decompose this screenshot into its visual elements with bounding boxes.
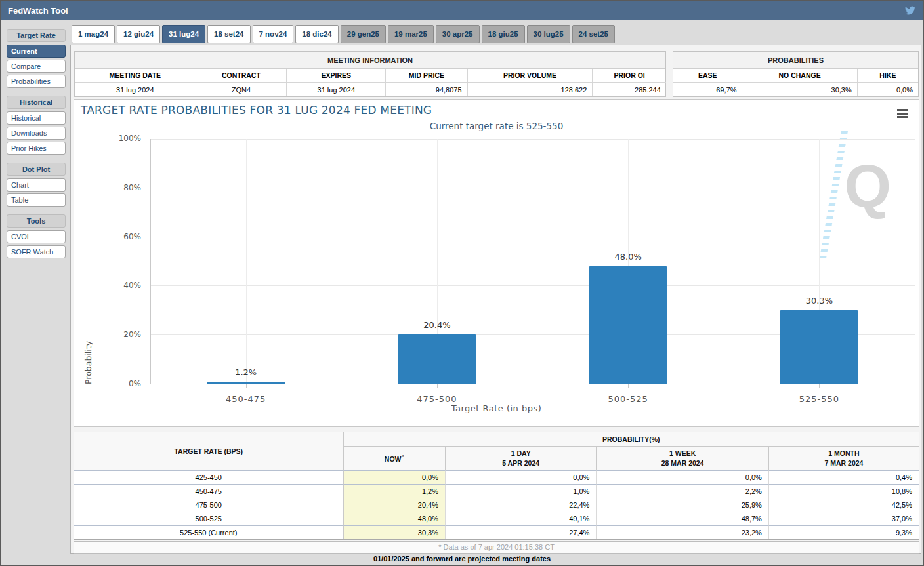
sidebar-item-table[interactable]: Table (7, 193, 66, 207)
bar-475-500[interactable] (398, 334, 476, 384)
tab-bar: 1 mag2412 giu2431 lug2418 set247 nov2418… (72, 25, 615, 43)
sidebar-item-chart[interactable]: Chart (7, 178, 66, 192)
prob-cell: 0,0% (596, 470, 768, 484)
bar-value-label: 20.4% (341, 320, 532, 330)
sidebar-item-sofr-watch[interactable]: SOFR Watch (7, 245, 66, 258)
meeting-info-title: MEETING INFORMATION (75, 52, 665, 69)
probability-table: TARGET RATE (BPS) PROBABILITY(%) NOW*1 D… (74, 432, 919, 540)
tab-12-giu24[interactable]: 12 giu24 (117, 25, 160, 43)
sidebar-section-dot-plot: Dot PlotChartTable (7, 163, 66, 207)
tab-29-gen25[interactable]: 29 gen25 (341, 25, 386, 43)
probabilities-summary-value-row: 69,7%30,3%0,0% (673, 83, 918, 96)
target-rate-bps-header: TARGET RATE (BPS) (74, 432, 344, 470)
meeting-info-header-row: MEETING DATECONTRACTEXPIRESMID PRICEPRIO… (75, 69, 665, 83)
projected-dates-note: 01/01/2025 and forward are projected mee… (1, 555, 923, 563)
bar-slot-475-500: 20.4%475-500 (341, 139, 532, 384)
probabilities-summary-title: PROBABILITIES (673, 52, 918, 69)
bar-slot-450-475: 1.2%450-475 (150, 139, 341, 384)
probabilities-summary-table: PROBABILITIES EASENO CHANGEHIKE 69,7%30,… (673, 51, 919, 97)
x-tick-mark (246, 384, 247, 388)
prob-cell: 27,4% (445, 525, 596, 539)
prob-cell: 10,8% (768, 484, 919, 498)
tab-7-nov24[interactable]: 7 nov24 (253, 25, 294, 43)
bar-slot-525-550: 30.3%525-550 (724, 139, 915, 384)
sidebar-header-historical: Historical (7, 96, 66, 109)
prob-cell-now: 30,3% (344, 525, 445, 539)
twitter-icon[interactable] (904, 5, 916, 16)
prob-cell: 1,0% (445, 484, 596, 498)
x-axis-label: Target Rate (in bps) (74, 403, 919, 413)
prob-cell: 37,0% (768, 512, 919, 525)
sidebar-item-historical[interactable]: Historical (7, 111, 66, 125)
bar-500-525[interactable] (589, 266, 667, 384)
tab-31-lug24[interactable]: 31 lug24 (162, 25, 205, 43)
tab-30-apr25[interactable]: 30 apr25 (436, 25, 480, 43)
bar-value-label: 48.0% (533, 252, 724, 262)
sidebar-item-probabilities[interactable]: Probabilities (7, 75, 66, 88)
summary-value: 69,7% (673, 83, 742, 96)
x-tick-mark (819, 384, 820, 388)
app-title: FedWatch Tool (8, 6, 68, 16)
target-rate-label: 500-525 (74, 512, 344, 525)
main-panel: MEETING INFORMATION MEETING DATECONTRACT… (70, 45, 921, 554)
sidebar-header-dot-plot: Dot Plot (7, 163, 66, 176)
bar-slot-500-525: 48.0%500-525 (533, 139, 724, 384)
vertical-gridline (246, 139, 247, 384)
y-axis-ticks: 0%20%40%60%80%100% (104, 139, 145, 384)
sidebar: Target RateCurrentCompareProbabilitiesHi… (7, 29, 66, 266)
sidebar-item-current[interactable]: Current (7, 45, 66, 58)
meeting-info-col-meeting-date: MEETING DATE (75, 69, 196, 83)
prob-cell: 2,2% (596, 484, 768, 498)
y-tick-label: 80% (104, 183, 141, 192)
titlebar: FedWatch Tool (1, 1, 923, 20)
fedwatch-app: FedWatch Tool 1 mag2412 giu2431 lug2418 … (0, 0, 924, 566)
prob-cell: 42,5% (768, 498, 919, 512)
chart-context-menu-icon[interactable] (897, 109, 908, 120)
target-rate-label: 425-450 (74, 470, 344, 484)
tab-19-mar25[interactable]: 19 mar25 (388, 25, 434, 43)
tab-1-mag24[interactable]: 1 mag24 (72, 25, 115, 43)
bar-value-label: 30.3% (724, 296, 915, 306)
prob-cell-now: 0,0% (344, 470, 445, 484)
tab-18-giu25[interactable]: 18 giu25 (482, 25, 525, 43)
meeting-info-col-expires: EXPIRES (286, 69, 385, 83)
tab-18-set24[interactable]: 18 set24 (207, 25, 250, 43)
prob-cell: 22,4% (445, 498, 596, 512)
bar-525-550[interactable] (780, 310, 858, 384)
tab-24-set25[interactable]: 24 set25 (572, 25, 615, 43)
sidebar-section-tools: ToolsCVOLSOFR Watch (7, 214, 66, 258)
sidebar-section-target-rate: Target RateCurrentCompareProbabilities (7, 29, 66, 88)
sidebar-item-downloads[interactable]: Downloads (7, 127, 66, 140)
y-tick-label: 40% (104, 281, 141, 290)
x-tick-mark (628, 384, 629, 388)
meeting-info-value: 94,8075 (385, 83, 467, 96)
summary-col-no-change: NO CHANGE (742, 69, 856, 83)
col-header-1-day: 1 DAY5 APR 2024 (445, 447, 596, 470)
prob-cell: 0,4% (768, 470, 919, 484)
bar-slots: 1.2%450-47520.4%475-50048.0%500-52530.3%… (150, 139, 915, 384)
prob-cell: 25,9% (596, 498, 768, 512)
prob-cell-now: 1,2% (344, 484, 445, 498)
sidebar-item-prior-hikes[interactable]: Prior Hikes (7, 142, 66, 155)
chart-subtitle: Current target rate is 525-550 (74, 121, 919, 131)
tab-18-dic24[interactable]: 18 dic24 (295, 25, 338, 43)
summary-value: 0,0% (857, 83, 918, 96)
prob-cell-now: 20,4% (344, 498, 445, 512)
col-header-now: NOW* (344, 447, 445, 470)
x-tick-label: 525-550 (724, 394, 915, 404)
meeting-info-value: 128.622 (467, 83, 593, 96)
prob-cell-now: 48,0% (344, 512, 445, 525)
tab-30-lug25[interactable]: 30 lug25 (527, 25, 570, 43)
y-tick-label: 20% (104, 330, 141, 339)
col-header-1-month: 1 MONTH7 MAR 2024 (768, 447, 919, 470)
meeting-info-value-row: 31 lug 2024ZQN431 lug 202494,8075128.622… (75, 83, 665, 96)
sidebar-item-cvol[interactable]: CVOL (7, 230, 66, 243)
sidebar-item-compare[interactable]: Compare (7, 60, 66, 73)
chart-panel: TARGET RATE PROBABILITIES FOR 31 LUG 202… (74, 99, 919, 427)
target-rate-label: 525-550 (Current) (74, 525, 344, 539)
prob-cell: 23,2% (596, 525, 768, 539)
prob-cell: 9,3% (768, 525, 919, 539)
y-tick-label: 0% (104, 379, 141, 388)
target-rate-label: 450-475 (74, 484, 344, 498)
plot-area: 1.2%450-47520.4%475-50048.0%500-52530.3%… (150, 139, 915, 384)
